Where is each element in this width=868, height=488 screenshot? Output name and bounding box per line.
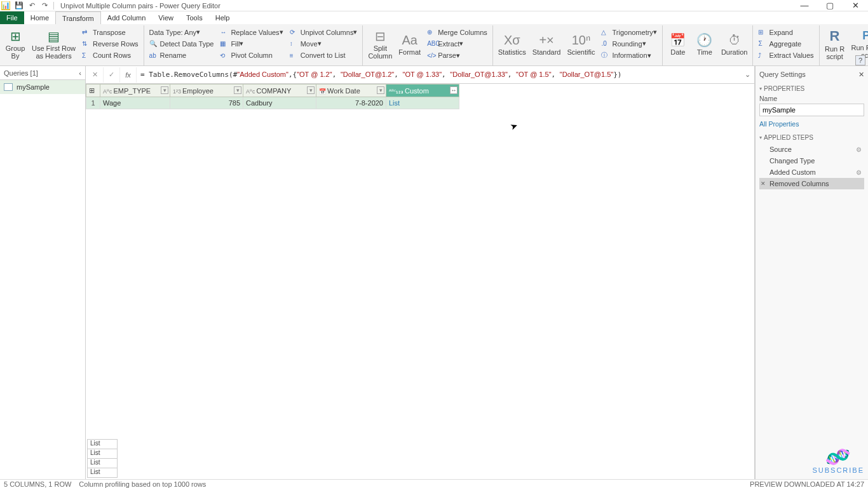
cell-custom[interactable]: List <box>386 97 459 109</box>
cell-company[interactable]: Cadbury <box>243 97 316 109</box>
qat-divider <box>53 2 54 10</box>
step-changed-type[interactable]: Changed Type <box>759 155 864 166</box>
duration-button[interactable]: ⏱Duration <box>719 25 750 64</box>
properties-section[interactable]: PROPERTIES <box>759 85 864 92</box>
cell-employee[interactable]: 785 <box>170 97 243 109</box>
formula-dropdown-icon[interactable]: ⌄ <box>742 71 753 79</box>
cell-work-date[interactable]: 7-8-2020 <box>316 97 386 109</box>
transpose-button[interactable]: ⇄Transpose <box>79 27 141 37</box>
formula-input[interactable]: = Table.RemoveColumns(#"Added Custom",{"… <box>137 71 742 79</box>
step-added-custom[interactable]: Added Custom⚙ <box>759 166 864 178</box>
tab-view[interactable]: View <box>152 11 180 24</box>
time-button[interactable]: 🕐Time <box>692 25 717 64</box>
help-icon[interactable]: ? <box>855 55 865 65</box>
date-button[interactable]: 📅Date <box>665 25 691 64</box>
reverse-rows-button[interactable]: ⇅Reverse Rows <box>79 38 141 49</box>
filter-icon[interactable]: ▾ <box>307 86 315 94</box>
cursor-icon: ➤ <box>509 119 520 132</box>
parse-button[interactable]: </>Parse ▾ <box>424 50 490 61</box>
maximize-button[interactable]: ▢ <box>817 0 843 11</box>
table-icon <box>4 83 13 91</box>
group-by-button[interactable]: ⊞Group By <box>3 25 28 64</box>
extract-values-button[interactable]: ⤴Extract Values <box>756 50 816 61</box>
detect-data-type-button[interactable]: 🔍Detect Data Type <box>147 38 217 49</box>
step-source[interactable]: Source⚙ <box>759 144 864 155</box>
tab-home[interactable]: Home <box>24 11 55 24</box>
col-company[interactable]: AᴮcCOMPANY▾ <box>243 85 316 97</box>
rename-button[interactable]: abRename <box>147 50 217 61</box>
formula-bar: ✕ ✓ fx = Table.RemoveColumns(#"Added Cus… <box>86 66 754 84</box>
expand-button[interactable]: ⊞Expand <box>756 27 816 37</box>
format-button[interactable]: AaFormat <box>396 25 423 64</box>
step-removed-columns[interactable]: Removed Columns <box>759 178 864 189</box>
all-properties-link[interactable]: All Properties <box>759 120 864 128</box>
list-item[interactable]: List <box>87 458 118 468</box>
tab-help[interactable]: Help <box>209 11 236 24</box>
save-icon[interactable]: 💾 <box>14 1 24 11</box>
fill-button[interactable]: ▦Fill ▾ <box>217 38 285 49</box>
close-button[interactable]: ✕ <box>843 0 868 11</box>
tab-transform[interactable]: Transform <box>55 11 101 24</box>
collapse-icon[interactable]: ‹ <box>79 69 81 77</box>
status-columns-rows: 5 COLUMNS, 1 ROW <box>4 480 71 488</box>
statistics-button[interactable]: XσStatistics <box>496 25 529 64</box>
list-item[interactable]: List <box>87 468 118 478</box>
minimize-button[interactable]: — <box>792 0 817 11</box>
data-grid[interactable]: ⊞ AᴮcEMP_TYPE▾ 1²3Employee▾ AᴮcCOMPANY▾ … <box>86 84 459 109</box>
status-profiling: Column profiling based on top 1000 rows <box>79 480 206 488</box>
information-button[interactable]: ⓘInformation ▾ <box>599 50 659 61</box>
expand-icon[interactable]: ↔ <box>450 86 458 94</box>
tab-add-column[interactable]: Add Column <box>101 11 153 24</box>
name-input[interactable] <box>759 104 864 116</box>
filter-icon[interactable]: ▾ <box>161 86 168 94</box>
extract-button[interactable]: ABCExtract ▾ <box>424 38 490 49</box>
applied-steps-section[interactable]: APPLIED STEPS <box>759 134 864 141</box>
split-column-button[interactable]: ⊟Split Column <box>365 25 395 64</box>
filter-icon[interactable]: ▾ <box>234 86 241 94</box>
detail-preview: List List List List <box>87 440 118 478</box>
close-settings-icon[interactable]: ✕ <box>858 71 864 79</box>
rounding-button[interactable]: .0Rounding ▾ <box>599 38 659 49</box>
pivot-column-button[interactable]: ⟲Pivot Column <box>217 50 285 61</box>
gear-icon[interactable]: ⚙ <box>856 146 862 153</box>
standard-button[interactable]: +×Standard <box>530 25 564 64</box>
tab-tools[interactable]: Tools <box>180 11 209 24</box>
list-item[interactable]: List <box>87 439 118 449</box>
subscribe-badge: 🧬 SUBSCRIBE <box>812 449 864 474</box>
replace-values-button[interactable]: ↔Replace Values ▾ <box>217 27 285 37</box>
data-type-button[interactable]: Data Type: Any ▾ <box>147 27 217 37</box>
use-first-row-button[interactable]: ▤Use First Row as Headers <box>29 25 78 64</box>
query-item-mysample[interactable]: mySample <box>0 80 85 94</box>
col-emp-type[interactable]: AᴮcEMP_TYPE▾ <box>100 85 170 97</box>
run-r-button[interactable]: RRun R script <box>822 25 848 64</box>
cancel-formula-button[interactable]: ✕ <box>87 67 104 83</box>
move-button[interactable]: ↕Move ▾ <box>287 38 360 49</box>
table-row[interactable]: 1 Wage 785 Cadbury 7-8-2020 List <box>86 97 459 109</box>
apply-formula-button[interactable]: ✓ <box>104 67 120 83</box>
col-employee[interactable]: 1²3Employee▾ <box>170 85 243 97</box>
aggregate-button[interactable]: ΣAggregate <box>756 38 816 49</box>
cell-emp-type[interactable]: Wage <box>100 97 170 109</box>
scientific-button[interactable]: 10ⁿScientific <box>564 25 597 64</box>
unpivot-columns-button[interactable]: ⟳Unpivot Columns ▾ <box>287 27 360 37</box>
merge-columns-button[interactable]: ⊕Merge Columns <box>424 27 490 37</box>
status-preview: PREVIEW DOWNLOADED AT 14:27 <box>750 480 864 488</box>
list-item[interactable]: List <box>87 449 118 459</box>
name-label: Name <box>759 95 864 102</box>
col-custom[interactable]: ᴬᴮᶜ₁₂₃Custom↔ <box>386 85 459 97</box>
menu-bar: File Home Transform Add Column View Tool… <box>0 11 868 24</box>
table-corner[interactable]: ⊞ <box>86 85 100 97</box>
tab-file[interactable]: File <box>0 11 24 24</box>
trigonometry-button[interactable]: △Trigonometry ▾ <box>599 27 659 37</box>
undo-icon[interactable]: ↶ <box>27 1 37 11</box>
gear-icon[interactable]: ⚙ <box>856 169 862 176</box>
count-rows-button[interactable]: ΣCount Rows <box>79 50 141 61</box>
fx-icon[interactable]: fx <box>120 67 137 83</box>
redo-icon[interactable]: ↷ <box>39 1 50 11</box>
window-title: Unpivot Multiple Column pairs - Power Qu… <box>60 2 220 10</box>
filter-icon[interactable]: ▾ <box>377 86 384 94</box>
convert-to-list-button[interactable]: ≡Convert to List <box>287 50 360 61</box>
queries-header[interactable]: Queries [1]‹ <box>0 66 85 80</box>
col-work-date[interactable]: 📅Work Date▾ <box>316 85 386 97</box>
status-bar: 5 COLUMNS, 1 ROW Column profiling based … <box>0 479 868 488</box>
